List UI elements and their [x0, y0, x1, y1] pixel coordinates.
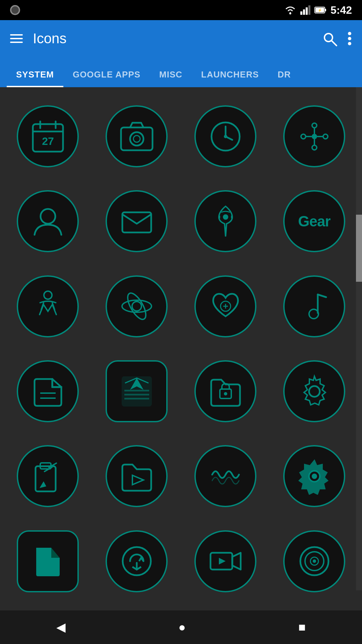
icon-cell-camera: [96, 97, 178, 175]
svg-point-35: [41, 209, 55, 224]
svg-point-11: [348, 32, 351, 35]
icon-cell-clock: [184, 97, 266, 175]
svg-rect-36: [122, 212, 151, 232]
status-bar-left: [10, 5, 20, 15]
tab-dr[interactable]: DR: [268, 63, 300, 87]
icon-cell-clipboard: [7, 437, 89, 515]
svg-rect-3: [306, 7, 308, 15]
sound-icon[interactable]: [194, 445, 256, 507]
tab-bar: SYSTEM GOOGLE APPS MISC LAUNCHERS DR: [0, 57, 362, 87]
menu-button[interactable]: [10, 34, 23, 43]
icon-cell-gear: Gear: [273, 182, 355, 260]
svg-point-12: [348, 37, 351, 40]
svg-text:⚡: ⚡: [318, 8, 322, 12]
more-options-icon[interactable]: [347, 31, 352, 46]
svg-point-30: [323, 134, 328, 139]
svg-rect-2: [303, 9, 305, 15]
icon-cell-settings: [273, 352, 355, 430]
backup-icon[interactable]: [106, 530, 168, 592]
icon-cell-secure-folder: [184, 352, 266, 430]
signal-icon: [300, 5, 310, 15]
icon-cell-calendar: 27: [7, 97, 89, 175]
icon-cell-settings2: [273, 437, 355, 515]
music-icon[interactable]: [283, 275, 345, 337]
back-button[interactable]: ◀: [56, 620, 66, 634]
video-icon[interactable]: [194, 530, 256, 592]
svg-rect-1: [300, 11, 302, 15]
svg-point-20: [130, 132, 143, 146]
home-button[interactable]: ●: [178, 620, 186, 634]
icon-cell-backup: [96, 522, 178, 600]
health-icon[interactable]: [194, 275, 256, 337]
radio-icon[interactable]: [283, 530, 345, 592]
svg-rect-4: [308, 5, 310, 15]
svg-point-29: [301, 134, 306, 139]
icon-cell-galaxy: [96, 267, 178, 345]
video-library-icon[interactable]: [106, 445, 168, 507]
svg-point-9: [324, 34, 333, 42]
files-icon[interactable]: [17, 360, 79, 422]
gear-app-icon[interactable]: Gear: [283, 190, 345, 252]
icon-cell-file2: [7, 522, 89, 600]
svg-rect-6: [325, 9, 326, 11]
icon-cell-fitness: [7, 267, 89, 345]
svg-point-21: [133, 136, 140, 142]
svg-point-39: [132, 302, 141, 311]
icon-cell-contacts: [7, 182, 89, 260]
svg-point-0: [289, 12, 291, 14]
svg-point-25: [224, 135, 227, 138]
smartthings-icon[interactable]: [283, 105, 345, 167]
tab-google-apps[interactable]: GOOGLE APPS: [63, 63, 150, 87]
svg-point-37: [223, 214, 228, 220]
tab-system[interactable]: SYSTEM: [7, 63, 63, 87]
email-icon[interactable]: [106, 190, 168, 252]
icon-cell-themes: [96, 352, 178, 430]
app-title: Icons: [33, 31, 312, 47]
svg-rect-19: [121, 127, 153, 150]
svg-rect-50: [124, 394, 149, 395]
contacts-icon[interactable]: [17, 190, 79, 252]
icon-cell-video: [184, 522, 266, 600]
svg-point-72: [313, 559, 316, 563]
status-bar-right: ⚡ 5:42: [284, 4, 352, 16]
clock-icon[interactable]: [194, 105, 256, 167]
svg-point-53: [224, 392, 227, 395]
icon-cell-files: [7, 352, 89, 430]
clipboard-icon[interactable]: [17, 445, 79, 507]
icon-cell-radio: [273, 522, 355, 600]
svg-point-63: [312, 474, 317, 479]
icon-cell-sound: [184, 437, 266, 515]
search-icon[interactable]: [322, 31, 337, 46]
gear-label: Gear: [298, 213, 330, 230]
camera-icon[interactable]: [106, 105, 168, 167]
recent-button[interactable]: ■: [298, 620, 306, 634]
app-bar: Icons: [0, 20, 362, 57]
scrollbar-thumb[interactable]: [356, 215, 362, 282]
bixby-icon[interactable]: [194, 190, 256, 252]
tab-misc[interactable]: MISC: [150, 63, 192, 87]
icon-cell-music: [273, 267, 355, 345]
calendar-icon[interactable]: 27: [17, 105, 79, 167]
secure-folder-icon[interactable]: [194, 360, 256, 422]
tab-launchers[interactable]: LAUNCHERS: [192, 63, 268, 87]
settings-icon[interactable]: [283, 360, 345, 422]
scrollbar: [356, 87, 362, 590]
galaxy-icon[interactable]: [106, 275, 168, 337]
svg-point-41: [124, 290, 149, 322]
notification-dot: [10, 5, 20, 15]
icon-cell-health: [184, 267, 266, 345]
icon-cell-email: [96, 182, 178, 260]
nav-bar: ◀ ● ■: [0, 610, 362, 644]
fitness-icon[interactable]: [17, 275, 79, 337]
icon-cell-bixby: [184, 182, 266, 260]
svg-point-27: [312, 123, 317, 128]
svg-point-54: [309, 386, 320, 397]
svg-rect-55: [36, 466, 56, 491]
svg-marker-67: [232, 553, 241, 570]
file2-icon[interactable]: [17, 530, 79, 592]
themes-icon[interactable]: [106, 360, 168, 422]
svg-point-45: [309, 309, 318, 319]
time-display: 5:42: [330, 4, 352, 16]
svg-marker-59: [132, 475, 143, 485]
settings2-icon[interactable]: [283, 445, 345, 507]
